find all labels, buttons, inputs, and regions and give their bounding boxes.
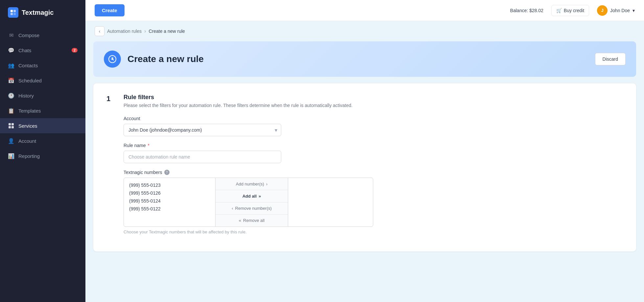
history-icon: 🕐 (8, 92, 14, 99)
cart-icon: 🛒 (556, 8, 562, 13)
account-select[interactable]: John Doe (johndoe@company.com) (124, 124, 281, 136)
svg-rect-7 (12, 126, 14, 128)
sidebar-item-chats[interactable]: 💬 Chats 2 (0, 43, 85, 58)
rule-name-label: Rule name * (124, 143, 623, 148)
numbers-transfer: (999) 555-0123 (999) 555-0126 (999) 555-… (124, 178, 373, 227)
sidebar-nav: ✉ Compose 💬 Chats 2 👥 Contacts 📅 Schedul… (0, 25, 85, 302)
discard-button[interactable]: Discard (595, 53, 626, 65)
sidebar-label-account: Account (18, 138, 36, 144)
account-field-group: Account John Doe (johndoe@company.com) ▾ (124, 116, 623, 136)
page-header-icon (104, 51, 121, 68)
breadcrumb-current: Create a new rule (149, 29, 185, 34)
scheduled-icon: 📅 (8, 77, 14, 84)
required-indicator: * (148, 143, 150, 148)
sidebar-label-templates: Templates (18, 108, 41, 114)
create-button[interactable]: Create (95, 4, 125, 16)
svg-rect-6 (9, 126, 11, 128)
sidebar-item-account[interactable]: 👤 Account (0, 133, 85, 148)
remove-numbers-button[interactable]: ‹ Remove number(s) (216, 203, 288, 215)
contacts-icon: 👥 (8, 62, 14, 69)
rule-section-desc: Please select the filters for your autom… (124, 103, 623, 108)
chevron-down-icon: ▾ (632, 8, 635, 13)
sidebar-label-chats: Chats (18, 48, 31, 53)
user-avatar: J (597, 5, 608, 16)
step-number: 1 (106, 94, 114, 241)
sidebar-label-services: Services (18, 123, 37, 129)
content-area: ‹ Automation rules › Create a new rule C… (85, 21, 644, 302)
svg-rect-1 (13, 10, 16, 12)
chats-icon: 💬 (8, 47, 14, 54)
sidebar: Textmagic ✉ Compose 💬 Chats 2 👥 Contacts… (0, 0, 85, 302)
sidebar-label-history: History (18, 93, 34, 98)
remove-all-label: Remove all (243, 218, 264, 223)
add-numbers-label: Add number(s) (236, 182, 264, 186)
buy-credit-button[interactable]: 🛒 Buy credit (551, 5, 589, 16)
add-all-arrow-icon: » (259, 194, 261, 199)
svg-rect-0 (11, 10, 13, 12)
buy-credit-label: Buy credit (564, 8, 584, 13)
sidebar-item-history[interactable]: 🕐 History (0, 88, 85, 103)
breadcrumb-back-button[interactable]: ‹ (95, 26, 104, 36)
add-all-button[interactable]: Add all » (216, 190, 288, 202)
logo-icon (8, 7, 18, 18)
sidebar-label-reporting: Reporting (18, 153, 40, 159)
sidebar-item-compose[interactable]: ✉ Compose (0, 28, 85, 43)
breadcrumb-separator: › (144, 28, 146, 34)
rule-section: 1 Rule filters Please select the filters… (106, 94, 623, 241)
add-numbers-button[interactable]: Add number(s) › (216, 178, 288, 190)
rule-name-field-group: Rule name * (124, 143, 623, 163)
sidebar-item-contacts[interactable]: 👥 Contacts (0, 58, 85, 73)
number-item[interactable]: (999) 555-0124 (127, 197, 212, 205)
numbers-selected-list (288, 178, 373, 227)
rule-content: Rule filters Please select the filters f… (124, 94, 623, 241)
page-header-left: Create a new rule (104, 51, 204, 68)
add-all-label: Add all (242, 194, 257, 199)
numbers-help-icon[interactable]: ? (164, 170, 170, 175)
account-select-wrapper: John Doe (johndoe@company.com) ▾ (124, 124, 281, 136)
sidebar-item-services[interactable]: Services (0, 118, 85, 133)
balance-display: Balance: $28.02 (510, 8, 543, 13)
remove-numbers-label: Remove number(s) (235, 206, 272, 211)
services-icon (8, 122, 14, 129)
main-area: Create Balance: $28.02 🛒 Buy credit J Jo… (85, 0, 644, 302)
sidebar-label-contacts: Contacts (18, 63, 38, 68)
textmagic-numbers-group: Textnagic numbers ? (999) 555-0123 (999)… (124, 170, 623, 234)
sidebar-item-scheduled[interactable]: 📅 Scheduled (0, 73, 85, 88)
remove-all-arrow-icon: « (239, 218, 241, 223)
account-icon: 👤 (8, 138, 14, 144)
number-item[interactable]: (999) 555-0126 (127, 189, 212, 197)
remove-all-button[interactable]: « Remove all (216, 215, 288, 226)
number-item[interactable]: (999) 555-0122 (127, 205, 212, 213)
numbers-available-list: (999) 555-0123 (999) 555-0126 (999) 555-… (124, 178, 216, 227)
header-right: Balance: $28.02 🛒 Buy credit J John Doe … (510, 5, 635, 16)
numbers-controls: Add number(s) › Add all » ‹ Remove numbe… (216, 178, 288, 227)
reporting-icon: 📊 (8, 153, 14, 159)
number-item[interactable]: (999) 555-0123 (127, 181, 212, 189)
sidebar-item-reporting[interactable]: 📊 Reporting (0, 148, 85, 163)
account-label: Account (124, 116, 623, 121)
svg-rect-4 (9, 123, 11, 125)
svg-rect-5 (12, 123, 14, 125)
user-menu[interactable]: J John Doe ▾ (597, 5, 635, 16)
sidebar-logo: Textmagic (0, 0, 85, 25)
header: Create Balance: $28.02 🛒 Buy credit J Jo… (85, 0, 644, 21)
header-left: Create (95, 4, 125, 16)
page-header-card: Create a new rule Discard (93, 41, 636, 77)
compose-icon: ✉ (8, 32, 14, 38)
numbers-label: Textnagic numbers ? (124, 170, 623, 175)
templates-icon: 📋 (8, 107, 14, 114)
chats-badge: 2 (72, 48, 78, 53)
sidebar-label-compose: Compose (18, 32, 39, 38)
numbers-note: Choose your Textmagic numbers that will … (124, 229, 623, 234)
page-title: Create a new rule (127, 54, 204, 64)
rule-name-input[interactable] (124, 151, 281, 163)
breadcrumb: ‹ Automation rules › Create a new rule (93, 21, 636, 41)
sidebar-item-templates[interactable]: 📋 Templates (0, 103, 85, 118)
svg-rect-3 (13, 13, 16, 15)
user-name: John Doe (610, 8, 630, 13)
app-name: Textmagic (22, 9, 54, 16)
rule-section-title: Rule filters (124, 94, 623, 101)
remove-numbers-arrow-icon: ‹ (232, 206, 233, 211)
add-numbers-arrow-icon: › (266, 182, 267, 186)
form-card: 1 Rule filters Please select the filters… (93, 83, 636, 251)
